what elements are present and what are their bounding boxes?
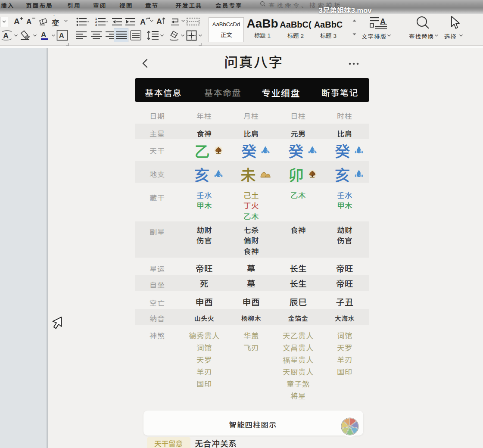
svg-text:A: A [156, 17, 162, 26]
svg-text:A: A [41, 31, 46, 39]
svg-text:3: 3 [95, 23, 97, 26]
svg-text:A: A [140, 18, 146, 26]
svg-text:A: A [380, 17, 386, 26]
svg-text:A: A [59, 32, 64, 39]
svg-text:A: A [14, 17, 20, 26]
svg-text:A: A [3, 31, 9, 40]
svg-text:A: A [26, 18, 31, 26]
svg-text:2: 2 [95, 20, 97, 23]
svg-text:1: 1 [95, 17, 97, 20]
